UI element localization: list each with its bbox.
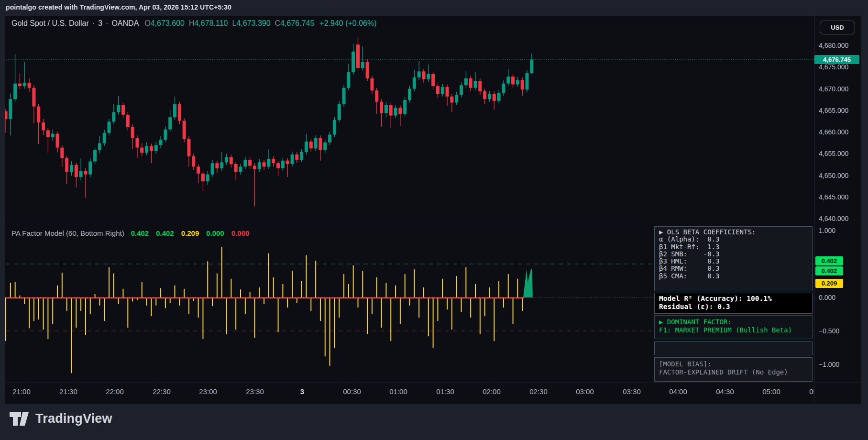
separator-dot: · (106, 19, 108, 28)
candle-body (314, 138, 318, 149)
ohlc-value: 4,678.110 (195, 19, 228, 27)
candle-body (56, 134, 59, 148)
candle-body (323, 143, 327, 150)
symbol-title[interactable]: Gold Spot / U.S. Dollar (11, 19, 89, 28)
candle-body (483, 91, 486, 99)
indicator-value: 0.000 (231, 229, 250, 237)
candle-body (389, 105, 393, 116)
candle-body (51, 134, 55, 137)
dominant-factor-line: ▶ DOMINANT FACTOR: (659, 318, 808, 326)
exchange-label[interactable]: OANDA (111, 19, 139, 28)
candle-body (375, 90, 378, 102)
candle-body (366, 62, 369, 78)
candle-body (469, 78, 472, 88)
time-label: 00:30 (343, 387, 361, 396)
candle-body (37, 107, 40, 122)
time-label: 22:30 (153, 387, 171, 396)
time-label: 01:00 (389, 387, 407, 396)
ols-line: β3 HML: 0.3 (659, 258, 808, 265)
candle-body (338, 104, 341, 120)
price-scale-tick: 4,655.000 (819, 149, 860, 158)
candle-body (197, 166, 200, 173)
price-scale-tick: 4,645.000 (819, 193, 860, 201)
indicator-scale-tick: 0.000 (819, 293, 860, 302)
candle-body (276, 163, 280, 168)
candle-body (361, 62, 364, 68)
indicator-title[interactable]: PA Factor Model (60, Bottom Right) (11, 229, 124, 237)
model-bias-panel: [MODEL BIAS]:FACTOR-EXPLAINED DRIFT (No … (654, 357, 813, 382)
candle-body (75, 165, 78, 177)
candle-body (65, 158, 68, 172)
interval-label[interactable]: 3 (98, 19, 102, 28)
candle-body (192, 156, 195, 167)
pane-separator[interactable] (5, 225, 861, 225)
candle-body (493, 94, 496, 100)
indicator-value: 0.402 (131, 229, 149, 237)
currency-toggle-button[interactable]: USD (820, 21, 855, 34)
candle-body (380, 102, 383, 113)
price-change: +2.940 (+0.06%) (319, 19, 376, 28)
indicator-scale-tick: −1.000 (819, 360, 860, 369)
model-bias-line: FACTOR-EXPLAINED DRIFT (No Edge) (659, 368, 808, 376)
main-chart-canvas[interactable] (5, 16, 814, 225)
time-label: 05:30 (809, 387, 814, 396)
candle-body (286, 161, 289, 164)
dominant-factor-line: F1: MARKET PREMIUM (Bullish Beta) (659, 326, 808, 334)
candle-body (131, 127, 134, 138)
candle-body (446, 87, 449, 97)
candle-body (291, 154, 294, 164)
indicator-value-badge: 0.402 (815, 266, 843, 275)
candle-body (464, 78, 468, 85)
ols-line: β4 RMW: 0.3 (659, 265, 808, 272)
time-label: 04:30 (716, 387, 734, 396)
candle-body (526, 73, 529, 89)
indicator-scale-tick: −0.500 (819, 327, 860, 335)
candle-body (98, 143, 101, 150)
candle-body (263, 162, 266, 166)
r2-line: Model R² (Accuracy): 100.1% (659, 295, 808, 303)
time-label: 21:30 (59, 387, 77, 396)
price-scale-tick: 4,680.000 (819, 41, 860, 50)
tradingview-logo[interactable]: TradingView (10, 411, 112, 426)
candle-body (497, 93, 501, 101)
candle-body (300, 152, 303, 160)
candle-body (516, 80, 519, 84)
time-label: 03:00 (576, 387, 594, 396)
time-label: 02:30 (529, 387, 548, 396)
candle-body (460, 85, 463, 95)
candle-body (145, 146, 148, 153)
candle-body (441, 87, 444, 94)
candle-body (28, 83, 31, 88)
candle-body (281, 161, 285, 168)
candle-body (418, 71, 421, 77)
time-label-day-marker: 3 (300, 387, 304, 396)
candle-body (220, 162, 223, 168)
indicator-legend: PA Factor Model (60, Bottom Right) 0.402… (11, 228, 256, 238)
candle-body (84, 171, 87, 174)
candle-body (394, 108, 397, 115)
time-axis[interactable]: 21:0021:3022:0022:3023:0023:30300:3001:0… (5, 383, 814, 404)
candle-body (385, 105, 388, 113)
candle-body (103, 133, 106, 143)
candle-body (356, 44, 360, 68)
candle-body (234, 164, 238, 172)
separator-dot: · (92, 19, 95, 28)
time-label: 22:00 (106, 387, 124, 396)
time-label: 23:00 (199, 387, 217, 396)
candle-body (112, 112, 115, 121)
indicator-status-values: 0.4020.4020.2090.0000.000 (131, 229, 257, 237)
time-label: 01:30 (436, 387, 454, 396)
candle-body (521, 80, 524, 89)
indicator-scale-tick: 1.000 (819, 226, 860, 235)
price-scale-tick: 4,640.000 (819, 214, 860, 223)
candle-body (23, 83, 26, 86)
candle-body (455, 95, 458, 102)
price-scale-tick: 4,665.000 (819, 106, 860, 115)
signal-spike (523, 268, 533, 297)
ols-line: α (Alpha): 0.3 (659, 236, 808, 243)
candle-body (352, 52, 355, 72)
candle-body (295, 154, 298, 160)
candle-body (474, 81, 477, 88)
ohlc-value: 4,673.600 (151, 19, 185, 27)
candle-body (42, 122, 45, 130)
